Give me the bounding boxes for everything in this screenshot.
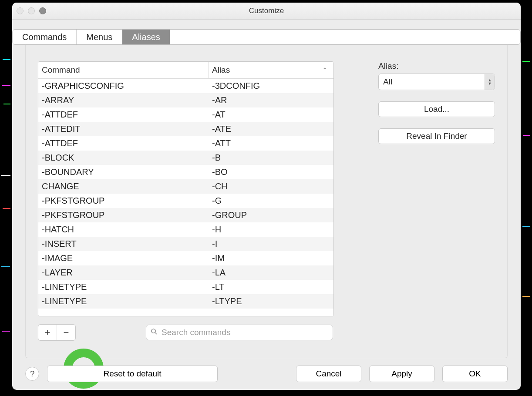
cell-alias: -LT bbox=[209, 282, 333, 292]
sort-chevron-icon: ⌃ bbox=[322, 67, 327, 74]
table-row[interactable]: -LINETYPE-LT bbox=[38, 280, 333, 294]
tab-bar: Commands Menus Aliases bbox=[12, 29, 521, 45]
svg-point-0 bbox=[152, 329, 155, 333]
table-row[interactable]: -ARRAY-AR bbox=[38, 93, 333, 107]
table-row[interactable]: -BOUNDARY-BO bbox=[38, 165, 333, 179]
cell-command: -GRAPHICSCONFIG bbox=[38, 81, 209, 91]
cell-alias: -IM bbox=[209, 253, 333, 263]
cell-alias: -I bbox=[209, 239, 333, 249]
table-row[interactable]: -ATTDEF-AT bbox=[38, 107, 333, 122]
remove-button[interactable]: − bbox=[57, 325, 75, 340]
cell-command: -BOUNDARY bbox=[38, 167, 209, 177]
table-body[interactable]: -GRAPHICSCONFIG-3DCONFIG-ARRAY-AR-ATTDEF… bbox=[38, 79, 333, 316]
cell-alias: -LA bbox=[209, 268, 333, 278]
cell-alias: -H bbox=[209, 225, 333, 235]
cell-command: -ATTEDIT bbox=[38, 124, 209, 134]
table-toolbar: + − bbox=[38, 324, 333, 341]
cell-alias: -GROUP bbox=[209, 210, 333, 220]
table-row[interactable]: -IMAGE-IM bbox=[38, 251, 333, 265]
cell-command: -IMAGE bbox=[38, 253, 209, 263]
table-row[interactable]: -GRAPHICSCONFIG-3DCONFIG bbox=[38, 79, 333, 93]
cancel-button[interactable]: Cancel bbox=[296, 366, 361, 382]
alias-filter-value: All bbox=[383, 77, 392, 87]
svg-line-1 bbox=[155, 332, 157, 334]
cell-alias: -ATE bbox=[209, 124, 333, 134]
cell-alias: -LTYPE bbox=[209, 296, 333, 306]
cell-alias: -ATT bbox=[209, 138, 333, 148]
table-header: Command Alias ⌃ bbox=[38, 62, 333, 79]
content-area: Command Alias ⌃ -GRAPHICSCONFIG-3DCONFIG… bbox=[25, 45, 508, 358]
cell-alias: -BO bbox=[209, 167, 333, 177]
search-icon bbox=[151, 328, 157, 337]
alias-filter-select[interactable]: All ▲▼ bbox=[378, 74, 495, 90]
table-row[interactable]: -LINETYPE-LTYPE bbox=[38, 294, 333, 309]
add-remove-group: + − bbox=[38, 324, 76, 341]
column-header-alias-label: Alias bbox=[212, 65, 230, 75]
table-row[interactable]: -ATTEDIT-ATE bbox=[38, 122, 333, 136]
titlebar: Customize bbox=[12, 3, 521, 20]
table-row[interactable]: -INSERT-I bbox=[38, 237, 333, 251]
cell-alias: -AT bbox=[209, 110, 333, 120]
cell-alias bbox=[209, 311, 333, 316]
cell-command: -INSERT bbox=[38, 239, 209, 249]
alias-table: Command Alias ⌃ -GRAPHICSCONFIG-3DCONFIG… bbox=[38, 61, 334, 316]
cell-alias: -CH bbox=[209, 181, 333, 191]
cell-alias: -G bbox=[209, 196, 333, 206]
cell-alias: -AR bbox=[209, 95, 333, 105]
window-controls bbox=[17, 7, 46, 14]
reset-to-default-button[interactable]: Reset to default bbox=[47, 366, 218, 382]
ok-button[interactable]: OK bbox=[442, 366, 508, 382]
add-button[interactable]: + bbox=[38, 325, 57, 340]
column-header-alias[interactable]: Alias ⌃ bbox=[209, 62, 333, 78]
cell-command: -ATTDEF bbox=[38, 138, 209, 148]
table-row[interactable]: -PKFSTGROUP-G bbox=[38, 194, 333, 208]
customize-window: Customize Commands Menus Aliases Command… bbox=[12, 3, 521, 390]
footer: ? Reset to default Cancel Apply OK bbox=[12, 366, 521, 382]
cell-command: -PKFSTGROUP bbox=[38, 210, 209, 220]
reveal-in-finder-button[interactable]: Reveal In Finder bbox=[378, 128, 495, 144]
close-icon[interactable] bbox=[17, 7, 24, 14]
cell-command: -LINETYPE bbox=[38, 296, 209, 306]
tab-aliases[interactable]: Aliases bbox=[122, 30, 169, 44]
cell-command: -ATTDEF bbox=[38, 110, 209, 120]
side-panel: Alias: All ▲▼ Load... Reveal In Finder bbox=[378, 61, 495, 341]
cell-command: -LINETYPE bbox=[38, 282, 209, 292]
zoom-icon[interactable] bbox=[39, 7, 46, 14]
table-row[interactable]: -BLOCK-B bbox=[38, 151, 333, 165]
cell-alias: -3DCONFIG bbox=[209, 81, 333, 91]
table-row[interactable]: -HATCH-H bbox=[38, 222, 333, 237]
table-row[interactable]: CHANGE-CH bbox=[38, 179, 333, 194]
alias-filter-label: Alias: bbox=[378, 61, 495, 71]
search-field[interactable] bbox=[146, 325, 333, 340]
select-stepper-icon: ▲▼ bbox=[485, 74, 495, 90]
tab-commands[interactable]: Commands bbox=[13, 30, 77, 44]
cell-alias: -B bbox=[209, 153, 333, 163]
table-row[interactable]: -LAYER-LA bbox=[38, 265, 333, 280]
minimize-icon[interactable] bbox=[28, 7, 35, 14]
apply-button[interactable]: Apply bbox=[369, 366, 434, 382]
help-button[interactable]: ? bbox=[25, 367, 39, 381]
cell-command: CHANGE bbox=[38, 181, 209, 191]
column-header-command[interactable]: Command bbox=[38, 62, 209, 78]
tab-menus[interactable]: Menus bbox=[77, 30, 122, 44]
cell-command: -BLOCK bbox=[38, 153, 209, 163]
cell-command bbox=[38, 311, 209, 316]
window-title: Customize bbox=[12, 7, 521, 15]
search-input[interactable] bbox=[161, 327, 328, 338]
cell-command: -ARRAY bbox=[38, 95, 209, 105]
table-row[interactable]: -PKFSTGROUP-GROUP bbox=[38, 208, 333, 222]
cell-command: -HATCH bbox=[38, 225, 209, 235]
table-row[interactable] bbox=[38, 309, 333, 316]
cell-command: -LAYER bbox=[38, 268, 209, 278]
cell-command: -PKFSTGROUP bbox=[38, 196, 209, 206]
table-row[interactable]: -ATTDEF-ATT bbox=[38, 136, 333, 151]
load-button[interactable]: Load... bbox=[378, 101, 495, 117]
